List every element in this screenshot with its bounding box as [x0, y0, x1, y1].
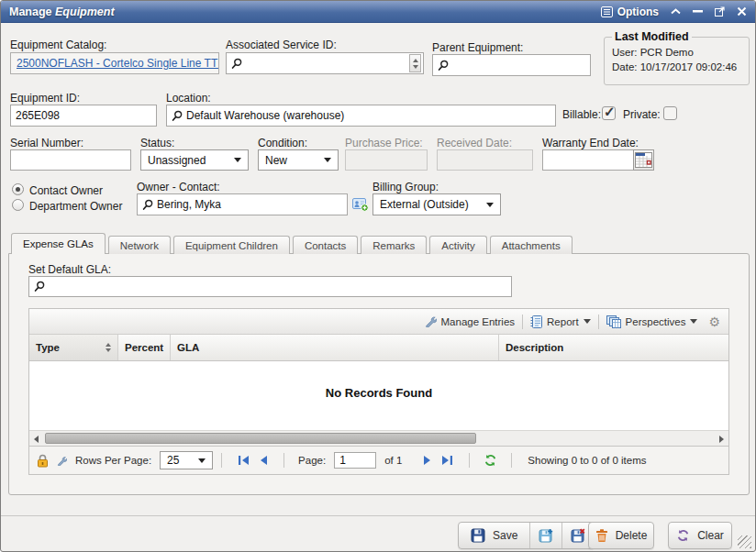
toolbar-separator	[522, 315, 523, 329]
associated-service-id-input[interactable]	[246, 53, 406, 73]
tab-contacts[interactable]: Contacts	[293, 236, 358, 254]
tab-attachments[interactable]: Attachments	[490, 236, 573, 254]
next-page-icon[interactable]	[423, 455, 432, 466]
lock-icon[interactable]	[37, 454, 49, 468]
save-close-icon	[571, 528, 585, 543]
perspectives-button[interactable]: Perspectives	[606, 315, 698, 328]
dropdown-arrow-icon	[234, 158, 241, 162]
parent-equipment-field	[432, 54, 591, 76]
tab-remarks[interactable]: Remarks	[361, 236, 427, 254]
refresh-icon[interactable]	[484, 454, 497, 467]
wrench-icon	[425, 315, 437, 327]
spinner-icon[interactable]	[409, 54, 421, 72]
tab-equipment-children[interactable]: Equipment Children	[173, 236, 290, 254]
showing-text: Showing 0 to 0 of 0 items	[528, 455, 646, 466]
department-owner-label: Department Owner	[29, 200, 122, 213]
tab-activity[interactable]: Activity	[429, 236, 486, 254]
scroll-left-icon[interactable]	[34, 436, 39, 443]
page-label: Page:	[298, 455, 326, 466]
save-icon	[471, 528, 485, 543]
billing-group-select[interactable]: External (Outside)	[372, 193, 501, 215]
column-header-percent[interactable]: Percent	[118, 335, 171, 360]
close-button[interactable]	[737, 6, 747, 17]
toolbar-separator	[598, 315, 599, 329]
location-input[interactable]	[186, 105, 555, 126]
department-owner-radio[interactable]	[12, 199, 24, 211]
delete-button[interactable]: Delete	[588, 522, 654, 549]
search-icon	[231, 58, 242, 70]
options-button[interactable]: Options	[601, 6, 659, 18]
save-and-new-button[interactable]	[530, 523, 562, 548]
last-modified-user: User: PCR Demo	[612, 45, 741, 60]
pager-wrench-icon[interactable]	[57, 456, 67, 466]
serial-number-label: Serial Number:	[10, 137, 83, 149]
search-icon	[34, 281, 45, 293]
condition-select[interactable]: New	[258, 149, 339, 171]
tab-bar: Expense GLAs Network Equipment Children …	[11, 233, 575, 254]
minimize-button[interactable]	[693, 10, 703, 13]
resize-grip[interactable]	[738, 535, 751, 548]
options-icon	[601, 6, 613, 17]
set-default-gla-input[interactable]	[49, 277, 511, 296]
status-select[interactable]: Unassigned	[140, 149, 249, 171]
calendar-button[interactable]	[633, 149, 654, 171]
report-icon	[530, 315, 542, 328]
empty-message: No Records Found	[29, 386, 728, 400]
report-button[interactable]: Report	[530, 315, 591, 328]
last-page-icon[interactable]	[440, 455, 453, 466]
window-controls: Options	[601, 6, 747, 18]
equipment-id-input[interactable]	[10, 105, 157, 127]
popout-button[interactable]	[715, 6, 725, 17]
billable-label: Billable:	[562, 108, 601, 121]
status-label: Status:	[140, 137, 174, 149]
collapse-button[interactable]	[671, 8, 681, 15]
purchase-price-input	[345, 149, 428, 171]
first-page-icon[interactable]	[238, 455, 250, 466]
equipment-catalog-link[interactable]: 2500NOFLASH - Cortelco Single Line TT D.…	[17, 57, 219, 70]
tab-network[interactable]: Network	[108, 236, 171, 254]
private-checkbox[interactable]	[663, 106, 677, 120]
page-input[interactable]	[334, 452, 376, 469]
manage-entries-button[interactable]: Manage Entries	[425, 315, 516, 327]
scroll-right-icon[interactable]	[719, 436, 724, 443]
warranty-end-date-input[interactable]	[542, 149, 634, 171]
owner-contact-field	[137, 193, 348, 215]
clear-button[interactable]: Clear	[668, 522, 732, 549]
billing-group-value: External (Outside)	[380, 198, 469, 211]
serial-number-input[interactable]	[10, 149, 131, 171]
manage-entries-label: Manage Entries	[441, 316, 516, 327]
horizontal-scrollbar[interactable]	[29, 430, 728, 446]
set-default-gla-label: Set Default GLA:	[28, 263, 111, 276]
expense-gla-grid: Manage Entries Report Perspectives ⚙ Typ…	[28, 308, 729, 475]
minimize-icon	[693, 10, 703, 13]
grid-toolbar: Manage Entries Report Perspectives ⚙	[29, 309, 728, 335]
prev-page-icon[interactable]	[259, 455, 268, 466]
tab-expense-glas[interactable]: Expense GLAs	[11, 233, 106, 254]
grid-body: No Records Found	[29, 361, 728, 430]
contact-owner-radio[interactable]	[12, 183, 24, 195]
column-header-gla[interactable]: GLA	[171, 335, 499, 360]
set-default-gla-field	[28, 276, 512, 297]
owner-contact-input[interactable]	[157, 194, 347, 215]
dropdown-arrow-icon	[690, 319, 697, 324]
manage-equipment-window: Manage Equipment Options Equipment Catal…	[0, 0, 756, 552]
dropdown-arrow-icon	[584, 319, 591, 324]
rows-per-page-label: Rows Per Page:	[75, 455, 151, 466]
search-icon	[142, 199, 153, 211]
gear-icon[interactable]: ⚙	[708, 315, 720, 329]
scrollbar-thumb[interactable]	[45, 433, 476, 444]
window-title: Manage Equipment	[9, 6, 115, 18]
contact-owner-label: Contact Owner	[29, 184, 103, 197]
add-contact-button[interactable]	[352, 197, 369, 215]
billable-checkbox[interactable]	[602, 106, 616, 120]
equipment-catalog-label: Equipment Catalog:	[10, 39, 106, 51]
column-header-type[interactable]: Type	[29, 335, 118, 360]
collapse-icon	[671, 8, 681, 15]
save-button[interactable]: Save	[459, 523, 530, 548]
perspectives-label: Perspectives	[626, 316, 686, 327]
purchase-price-label: Purchase Price:	[345, 137, 423, 149]
parent-equipment-input[interactable]	[452, 55, 590, 75]
last-modified-legend: Last Modified	[612, 30, 692, 43]
column-header-description[interactable]: Description	[499, 335, 728, 360]
rows-per-page-select[interactable]: 25	[160, 451, 213, 469]
